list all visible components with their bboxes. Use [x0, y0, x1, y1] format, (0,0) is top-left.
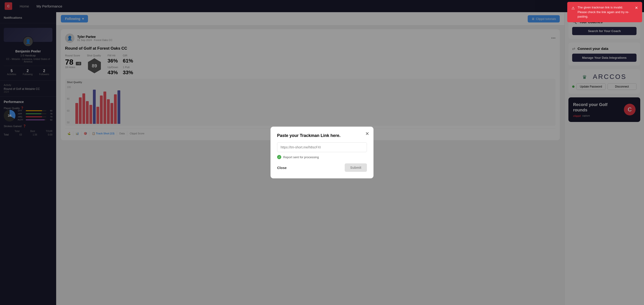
trackman-modal: ✕ Paste your Trackman Link here. ✓ Repor… [270, 127, 374, 178]
toast-message: The given trackman link is invalid. Plea… [578, 5, 632, 19]
modal-overlay: ✕ Paste your Trackman Link here. ✓ Repor… [0, 0, 644, 305]
modal-title: Paste your Trackman Link here. [277, 133, 367, 138]
toast-warning-icon: ⚠ [572, 6, 575, 11]
success-checkmark-icon: ✓ [277, 155, 281, 159]
toast-close-button[interactable]: ✕ [635, 5, 638, 11]
modal-footer: Close Submit [277, 164, 367, 172]
toast-notification: ⚠ The given trackman link is invalid. Pl… [567, 2, 642, 22]
modal-submit-button[interactable]: Submit [345, 164, 367, 172]
trackman-link-input[interactable] [277, 142, 367, 152]
modal-close-button[interactable]: Close [277, 166, 287, 170]
modal-success-message: ✓ Report sent for processing [277, 155, 367, 159]
modal-close-x-button[interactable]: ✕ [365, 131, 369, 136]
